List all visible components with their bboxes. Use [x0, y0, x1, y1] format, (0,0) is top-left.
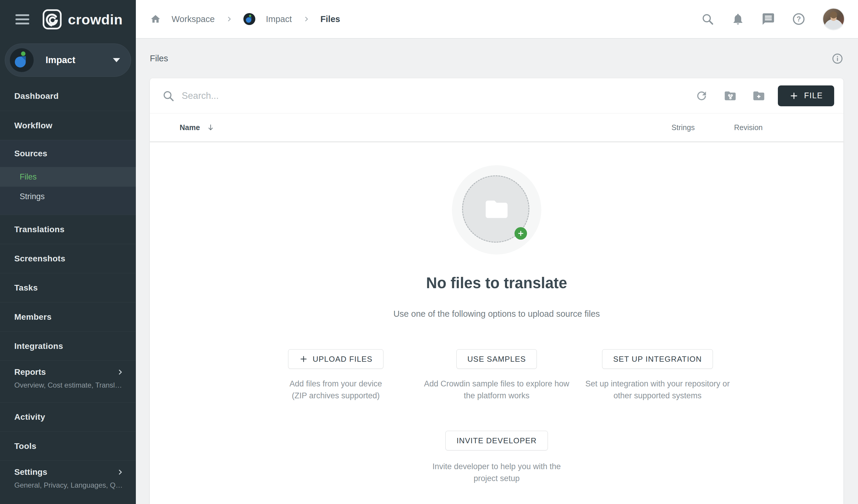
sidebar-item-tasks[interactable]: Tasks: [0, 273, 136, 302]
svg-text:?: ?: [797, 15, 801, 23]
invite-developer-option: INVITE DEVELOPER Invite developer to hel…: [430, 431, 564, 484]
sidebar-item-translations[interactable]: Translations: [0, 215, 136, 244]
breadcrumb-project[interactable]: Impact: [266, 14, 292, 24]
topbar: Workspace Impact Files: [136, 0, 858, 39]
folder-icon: [481, 196, 512, 222]
use-samples-description: Add Crowdin sample files to explore how …: [422, 378, 571, 402]
project-name: Impact: [46, 55, 75, 65]
project-avatar-small: [243, 13, 255, 25]
empty-state: No files to translate Use one of the fol…: [150, 142, 843, 504]
messages-chat-icon[interactable]: [761, 12, 775, 26]
setup-integration-button[interactable]: SET UP INTEGRATION: [602, 349, 713, 369]
refresh-icon[interactable]: [695, 89, 708, 102]
crowdin-logo[interactable]: crowdin: [42, 9, 123, 30]
sidebar-item-tools[interactable]: Tools: [0, 432, 136, 460]
sidebar-item-reports[interactable]: Reports Overview, Cost estimate, Transl…: [0, 360, 136, 402]
info-icon[interactable]: [831, 53, 843, 65]
column-header-revision: Revision: [713, 123, 784, 132]
add-folder-icon[interactable]: [752, 89, 765, 102]
chevron-down-icon: [113, 58, 120, 62]
search-icon: [162, 90, 175, 102]
setup-integration-description: Set up integration with your repository …: [583, 378, 732, 402]
plus-icon: [789, 91, 799, 101]
toolbar-icon-group: [695, 89, 765, 102]
search-input[interactable]: [182, 91, 450, 101]
sidebar-item-strings[interactable]: Strings: [0, 186, 136, 206]
chevron-right-icon: [303, 15, 310, 22]
notifications-bell-icon[interactable]: [731, 12, 745, 26]
plus-icon: [299, 355, 308, 363]
page-title: Files: [150, 53, 168, 63]
page-header: Files: [150, 39, 843, 78]
breadcrumb: Workspace Impact Files: [150, 13, 340, 25]
sidebar-item-activity[interactable]: Activity: [0, 402, 136, 432]
help-icon[interactable]: ?: [792, 12, 806, 26]
app-window: crowdin Workspace Impact Files: [0, 0, 858, 504]
sidebar-item-integrations[interactable]: Integrations: [0, 331, 136, 360]
empty-state-title: No files to translate: [426, 274, 567, 292]
chevron-right-icon: [116, 468, 124, 476]
user-avatar[interactable]: [822, 8, 845, 30]
topbar-brand-area: crowdin: [0, 0, 136, 39]
crowdin-mark-icon: [42, 9, 62, 30]
invite-developer-description: Invite developer to help you with the pr…: [430, 460, 564, 484]
empty-state-subtitle: Use one of the following options to uplo…: [393, 309, 600, 319]
branch-folder-icon[interactable]: [724, 89, 737, 102]
sidebar-item-settings-label: Settings: [14, 467, 47, 477]
files-panel: FILE Name Strings Revision: [150, 78, 843, 504]
sidebar-nav: Dashboard Workflow Sources Files Strings…: [0, 82, 136, 504]
upload-files-option: UPLOAD FILES Add files from your device …: [261, 349, 410, 402]
breadcrumb-current-page: Files: [321, 14, 340, 24]
setup-integration-option: SET UP INTEGRATION Set up integration wi…: [583, 349, 732, 402]
sidebar-item-settings[interactable]: Settings General, Privacy, Languages, Q…: [0, 460, 136, 504]
table-header: Name Strings Revision: [150, 113, 843, 142]
use-samples-button[interactable]: USE SAMPLES: [456, 349, 537, 369]
brand-wordmark: crowdin: [68, 11, 123, 28]
invite-developer-button[interactable]: INVITE DEVELOPER: [445, 431, 547, 451]
sidebar-item-settings-sub: General, Privacy, Languages, Q…: [14, 481, 124, 489]
search-icon[interactable]: [701, 12, 714, 26]
upload-files-button[interactable]: UPLOAD FILES: [288, 349, 384, 369]
column-header-name[interactable]: Name: [162, 123, 653, 132]
main-content: Files FILE: [136, 39, 858, 504]
sidebar-item-workflow[interactable]: Workflow: [0, 111, 136, 140]
add-badge-icon: [514, 227, 527, 240]
upload-files-description: Add files from your device (ZIP archives…: [282, 378, 390, 402]
chevron-right-icon: [116, 368, 124, 376]
sidebar-group-sources: Sources Files Strings: [0, 140, 136, 215]
sidebar: Impact Dashboard Workflow Sources Files …: [0, 39, 136, 504]
sort-descending-icon: [206, 123, 215, 132]
project-avatar: [10, 48, 34, 72]
home-icon[interactable]: [150, 14, 161, 25]
files-toolbar: FILE: [150, 78, 843, 113]
column-header-strings: Strings: [653, 123, 713, 132]
empty-folder-illustration: [452, 165, 541, 255]
topbar-actions: ?: [701, 8, 845, 30]
hamburger-menu-icon[interactable]: [16, 14, 29, 25]
sidebar-item-files[interactable]: Files: [0, 167, 136, 186]
sidebar-item-reports-label: Reports: [14, 367, 46, 377]
sidebar-item-screenshots[interactable]: Screenshots: [0, 244, 136, 273]
project-switcher[interactable]: Impact: [5, 44, 131, 77]
use-samples-option: USE SAMPLES Add Crowdin sample files to …: [422, 349, 571, 402]
upload-options: UPLOAD FILES Add files from your device …: [261, 349, 732, 402]
add-file-button[interactable]: FILE: [778, 85, 834, 106]
chevron-right-icon: [225, 15, 233, 22]
sidebar-item-dashboard[interactable]: Dashboard: [0, 82, 136, 111]
sidebar-item-reports-sub: Overview, Cost estimate, Transl…: [14, 381, 124, 389]
sidebar-item-members[interactable]: Members: [0, 302, 136, 331]
add-file-button-label: FILE: [804, 91, 823, 100]
sidebar-item-sources[interactable]: Sources: [0, 140, 136, 167]
search-field: [162, 90, 695, 102]
breadcrumb-workspace[interactable]: Workspace: [172, 14, 215, 24]
